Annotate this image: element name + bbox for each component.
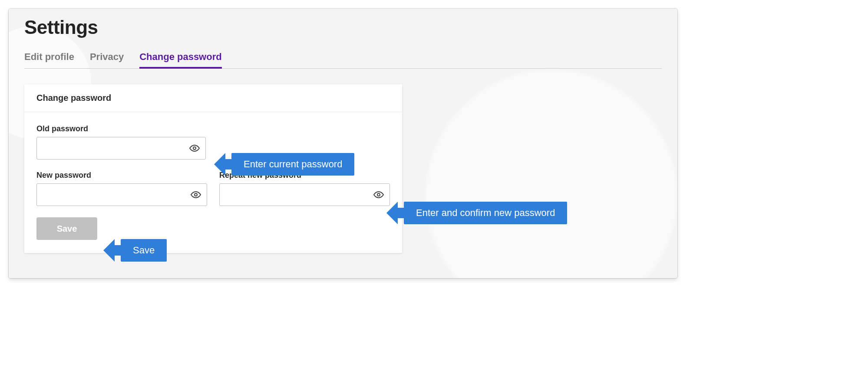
repeat-password-input[interactable] bbox=[220, 184, 389, 206]
callout-current-password: Enter current password bbox=[214, 153, 354, 176]
eye-icon[interactable] bbox=[189, 143, 200, 154]
save-button[interactable]: Save bbox=[36, 217, 97, 240]
label-new-password: New password bbox=[36, 171, 207, 180]
label-old-password: Old password bbox=[36, 124, 206, 133]
old-password-input[interactable] bbox=[37, 137, 205, 159]
arrow-left-icon bbox=[214, 153, 225, 176]
eye-icon[interactable] bbox=[373, 189, 384, 200]
input-wrap-old bbox=[36, 137, 206, 160]
svg-point-1 bbox=[195, 193, 197, 196]
arrow-left-icon bbox=[386, 202, 398, 224]
tab-privacy[interactable]: Privacy bbox=[90, 51, 124, 69]
tab-change-password[interactable]: Change password bbox=[139, 51, 221, 69]
card-body: Old password New password bbox=[24, 112, 402, 253]
callout-stem bbox=[115, 245, 121, 256]
callout-text: Enter current password bbox=[231, 153, 354, 176]
settings-page: Settings Edit profile Privacy Change pas… bbox=[9, 9, 677, 278]
arrow-left-icon bbox=[103, 239, 115, 262]
field-repeat-password: Repeat new password bbox=[219, 171, 390, 206]
field-new-password: New password bbox=[36, 171, 207, 206]
callout-text: Enter and confirm new password bbox=[404, 202, 567, 224]
callout-save: Save bbox=[103, 239, 167, 262]
page-title: Settings bbox=[24, 17, 662, 38]
svg-point-0 bbox=[193, 147, 196, 150]
tabs-bar: Edit profile Privacy Change password bbox=[24, 51, 662, 69]
callout-text: Save bbox=[121, 239, 167, 262]
input-wrap-repeat bbox=[219, 183, 390, 206]
field-old-password: Old password bbox=[36, 124, 206, 160]
card-header: Change password bbox=[24, 84, 402, 112]
input-wrap-new bbox=[36, 183, 207, 206]
callout-stem bbox=[225, 159, 231, 170]
new-password-input[interactable] bbox=[37, 184, 207, 206]
tab-edit-profile[interactable]: Edit profile bbox=[24, 51, 74, 69]
row-new-passwords: New password Repeat new password bbox=[36, 171, 390, 206]
eye-icon[interactable] bbox=[190, 189, 201, 200]
svg-point-2 bbox=[377, 193, 380, 196]
callout-confirm-password: Enter and confirm new password bbox=[386, 202, 567, 224]
callout-stem bbox=[398, 208, 404, 218]
